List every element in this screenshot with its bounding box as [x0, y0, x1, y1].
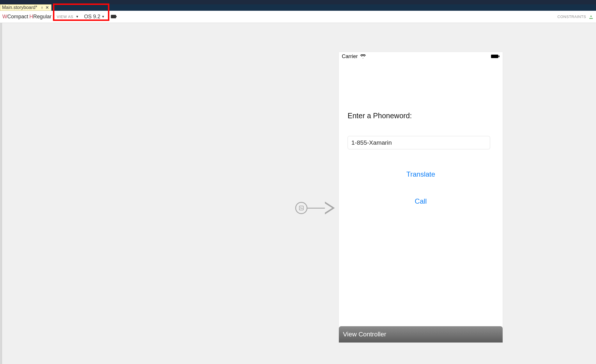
document-tab-title: Main.storyboard*: [2, 5, 37, 10]
arrow-right-icon: [325, 202, 335, 214]
canvas-gutter: [0, 23, 2, 364]
svg-rect-1: [116, 16, 117, 17]
close-icon[interactable]: ✕: [45, 6, 49, 10]
designer-toolbar: WCompact HRegular VIEW AS iPhone 6 ▼ OS …: [0, 11, 596, 23]
orientation-icon[interactable]: [111, 15, 117, 19]
device-preview[interactable]: Carrier Enter a Phoneword: 1: [339, 52, 503, 343]
phoneword-text-field[interactable]: 1-855-Xamarin: [348, 136, 490, 149]
size-class-h[interactable]: HRegular: [29, 14, 51, 20]
svg-rect-4: [499, 55, 499, 57]
scene-dock-title: View Controller: [343, 331, 386, 338]
entry-point-icon: [295, 202, 307, 214]
os-version-selector[interactable]: OS 9.2: [84, 14, 100, 20]
svg-rect-0: [111, 15, 116, 18]
phoneword-label: Enter a Phoneword:: [348, 112, 494, 120]
carrier-label: Carrier: [342, 53, 358, 60]
size-class-w[interactable]: WCompact: [2, 14, 28, 20]
text-field-value: 1-855-Xamarin: [351, 139, 392, 146]
scene-dock[interactable]: View Controller: [339, 326, 503, 343]
wifi-icon: [360, 54, 366, 58]
svg-rect-2: [589, 18, 593, 19]
svg-rect-3: [491, 55, 498, 58]
titlebar: [0, 0, 596, 4]
view-controller-view[interactable]: Enter a Phoneword: 1-855-Xamarin Transla…: [339, 112, 503, 205]
constraints-icon[interactable]: [588, 14, 594, 19]
view-as-label: VIEW AS: [57, 15, 73, 19]
initial-view-controller-arrow[interactable]: [295, 202, 335, 214]
document-tab[interactable]: Main.storyboard* ✕: [0, 4, 51, 11]
translate-button[interactable]: Translate: [348, 170, 494, 178]
pin-icon[interactable]: [40, 6, 44, 10]
document-tab-strip: Main.storyboard* ✕: [0, 4, 596, 11]
status-bar: Carrier: [339, 52, 503, 61]
storyboard-canvas[interactable]: Carrier Enter a Phoneword: 1: [0, 23, 596, 364]
battery-icon: [491, 54, 500, 58]
chevron-down-icon[interactable]: ▼: [102, 15, 105, 18]
constraints-label: CONSTRAINTS: [557, 15, 586, 19]
call-button[interactable]: Call: [348, 197, 494, 205]
chevron-down-icon[interactable]: ▼: [76, 15, 79, 18]
